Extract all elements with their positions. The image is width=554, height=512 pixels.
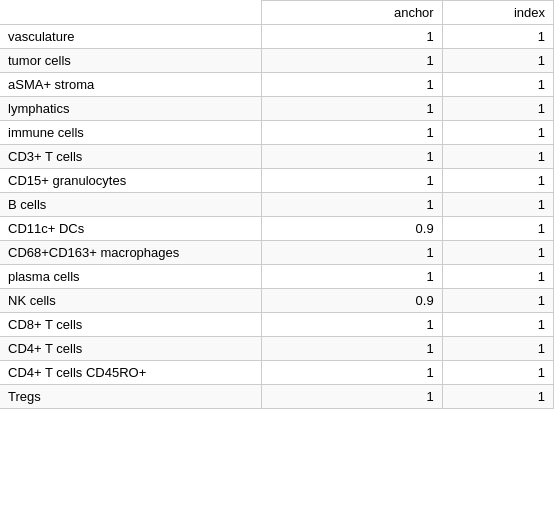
row-label-header <box>0 1 261 25</box>
anchor-cell: 0.9 <box>261 217 442 241</box>
table-row: lymphatics11 <box>0 97 554 121</box>
anchor-cell: 0.9 <box>261 289 442 313</box>
table-row: CD4+ T cells CD45RO+11 <box>0 361 554 385</box>
index-cell: 1 <box>442 121 553 145</box>
table-row: vasculature11 <box>0 25 554 49</box>
table-row: plasma cells11 <box>0 265 554 289</box>
anchor-cell: 1 <box>261 265 442 289</box>
anchor-cell: 1 <box>261 49 442 73</box>
anchor-cell: 1 <box>261 337 442 361</box>
anchor-cell: 1 <box>261 361 442 385</box>
index-cell: 1 <box>442 193 553 217</box>
index-cell: 1 <box>442 169 553 193</box>
table-row: CD15+ granulocytes11 <box>0 169 554 193</box>
table-row: NK cells0.91 <box>0 289 554 313</box>
index-cell: 1 <box>442 217 553 241</box>
index-cell: 1 <box>442 289 553 313</box>
anchor-cell: 1 <box>261 97 442 121</box>
table-row: CD3+ T cells11 <box>0 145 554 169</box>
anchor-cell: 1 <box>261 241 442 265</box>
table-row: tumor cells11 <box>0 49 554 73</box>
row-label-cell: tumor cells <box>0 49 261 73</box>
row-label-cell: Tregs <box>0 385 261 409</box>
row-label-cell: lymphatics <box>0 97 261 121</box>
row-label-cell: B cells <box>0 193 261 217</box>
anchor-cell: 1 <box>261 169 442 193</box>
row-label-cell: plasma cells <box>0 265 261 289</box>
anchor-cell: 1 <box>261 73 442 97</box>
index-cell: 1 <box>442 97 553 121</box>
index-cell: 1 <box>442 73 553 97</box>
row-label-cell: CD15+ granulocytes <box>0 169 261 193</box>
index-cell: 1 <box>442 313 553 337</box>
anchor-cell: 1 <box>261 313 442 337</box>
anchor-cell: 1 <box>261 145 442 169</box>
index-cell: 1 <box>442 25 553 49</box>
anchor-cell: 1 <box>261 385 442 409</box>
table-row: CD8+ T cells11 <box>0 313 554 337</box>
index-cell: 1 <box>442 265 553 289</box>
row-label-cell: CD11c+ DCs <box>0 217 261 241</box>
table-row: immune cells11 <box>0 121 554 145</box>
index-cell: 1 <box>442 361 553 385</box>
anchor-column-header: anchor <box>261 1 442 25</box>
table-row: CD4+ T cells11 <box>0 337 554 361</box>
row-label-cell: CD3+ T cells <box>0 145 261 169</box>
index-cell: 1 <box>442 241 553 265</box>
table-row: B cells11 <box>0 193 554 217</box>
index-column-header: index <box>442 1 553 25</box>
table-row: aSMA+ stroma11 <box>0 73 554 97</box>
table-row: Tregs11 <box>0 385 554 409</box>
table-row: CD68+CD163+ macrophages11 <box>0 241 554 265</box>
row-label-cell: aSMA+ stroma <box>0 73 261 97</box>
row-label-cell: vasculature <box>0 25 261 49</box>
row-label-cell: CD4+ T cells <box>0 337 261 361</box>
index-cell: 1 <box>442 145 553 169</box>
index-cell: 1 <box>442 337 553 361</box>
row-label-cell: NK cells <box>0 289 261 313</box>
row-label-cell: CD4+ T cells CD45RO+ <box>0 361 261 385</box>
row-label-cell: immune cells <box>0 121 261 145</box>
table-row: CD11c+ DCs0.91 <box>0 217 554 241</box>
row-label-cell: CD68+CD163+ macrophages <box>0 241 261 265</box>
index-cell: 1 <box>442 385 553 409</box>
anchor-cell: 1 <box>261 193 442 217</box>
data-table: anchor index vasculature11tumor cells11a… <box>0 0 554 409</box>
anchor-cell: 1 <box>261 121 442 145</box>
index-cell: 1 <box>442 49 553 73</box>
anchor-cell: 1 <box>261 25 442 49</box>
row-label-cell: CD8+ T cells <box>0 313 261 337</box>
